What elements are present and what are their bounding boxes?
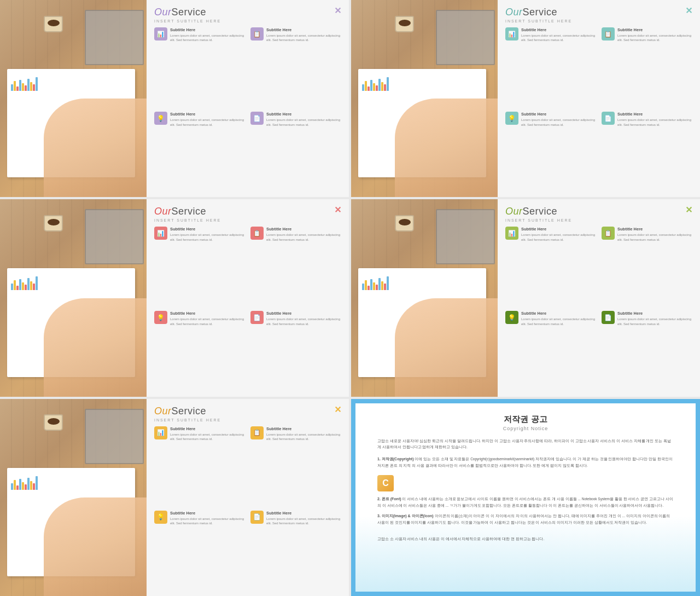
- list-item: 📄 Subtitle Here Lorem ipsum dolor sit am…: [250, 511, 341, 591]
- item-text-3-4: Subtitle Here Lorem ipsum dolor sit amet…: [266, 311, 341, 326]
- title-service-2: Service: [522, 7, 557, 18]
- list-item: 📊 Subtitle Here Lorem ipsum dolor sit am…: [154, 426, 245, 506]
- list-item: 📊 Subtitle Here Lorem ipsum dolor sit am…: [154, 227, 245, 306]
- slide-4-content: ✕ Our Service Insert subtitle here 📊 Sub…: [498, 199, 700, 396]
- hand-3: [44, 298, 147, 397]
- list-item: 📊 Subtitle Here Lorem ipsum dolor sit am…: [154, 27, 245, 107]
- slide-4-photo: [351, 199, 498, 396]
- laptop-1: [85, 10, 143, 65]
- coffee-cup-4: [395, 215, 414, 232]
- item-text-4-3: Subtitle Here Lorem ipsum dolor sit amet…: [521, 311, 596, 326]
- slide-5-subtitle: Insert subtitle here: [154, 418, 341, 422]
- slide-3-photo: [0, 199, 147, 396]
- laptop-4: [436, 209, 494, 264]
- copyright-section-3: 3. 이미지(Image) & 아이콘(Icon) 아이콘의 이름(소재)이 아…: [377, 513, 674, 525]
- slide-4-header: ✕ Our Service Insert subtitle here: [505, 206, 692, 222]
- copyright-section-title-1: 1. 저작권(Copyright): [377, 457, 414, 461]
- item-icon-2-3: 💡: [505, 112, 518, 125]
- coffee-cup-2: [395, 16, 414, 32]
- item-text-3-1: Subtitle Here Lorem ipsum dolor sit amet…: [170, 227, 245, 242]
- slide-4: ✕ Our Service Insert subtitle here 📊 Sub…: [351, 199, 700, 396]
- copyright-section-body-2: 이 서비스 내에 사용하는 소개로 응보고에서 사이트 이름을 원하면 이 서비…: [377, 497, 673, 507]
- title-our-4: Our: [505, 206, 523, 217]
- title-our-1: Our: [154, 7, 172, 18]
- item-icon-5-4: 📄: [250, 511, 264, 524]
- slide-2-subtitle: Insert subtitle here: [505, 19, 692, 23]
- slide-1-header: ✕ Our Service Insert subtitle here: [154, 7, 341, 23]
- list-item: 📋 Subtitle Here Lorem ipsum dolor sit am…: [602, 227, 692, 306]
- slide-6-copyright: 저작권 공고 Copyright Notice 고맙소 새로운 사용자여! 심심…: [351, 399, 700, 596]
- item-icon-4-3: 💡: [505, 311, 518, 324]
- slide-5: ✕ Our Service Insert subtitle here 📊 Sub…: [0, 399, 349, 596]
- item-icon-5-1: 📊: [154, 426, 167, 439]
- item-text-4-1: Subtitle Here Lorem ipsum dolor sit amet…: [521, 227, 596, 242]
- item-text-3-3: Subtitle Here Lorem ipsum dolor sit amet…: [170, 311, 245, 326]
- close-icon-3[interactable]: ✕: [334, 206, 341, 215]
- copyright-section-title-3: 3. 이미지(Image) & 아이콘(Icon): [377, 514, 434, 518]
- item-icon-2-1: 📊: [505, 27, 518, 40]
- item-icon-2-4: 📄: [602, 112, 615, 125]
- list-item: 📄 Subtitle Here Lorem ipsum dolor sit am…: [602, 311, 692, 391]
- list-item: 📋 Subtitle Here Lorem ipsum dolor sit am…: [250, 227, 341, 306]
- copyright-section-body-1: 이에 있는 모든 소재 및 자료들은 Copyright(c)goodsemin…: [377, 457, 673, 467]
- list-item: 📋 Subtitle Here Lorem ipsum dolor sit am…: [250, 426, 341, 506]
- slide-5-title: Our Service: [154, 406, 341, 417]
- slide-1-content: ✕ Our Service Insert subtitle here 📊 Sub…: [147, 0, 349, 197]
- item-text-2-1: Subtitle Here Lorem ipsum dolor sit amet…: [521, 27, 596, 43]
- title-service-3: Service: [171, 206, 206, 217]
- slide-2-title: Our Service: [505, 7, 692, 18]
- item-text-2-4: Subtitle Here Lorem ipsum dolor sit amet…: [617, 112, 692, 127]
- item-icon-1-1: 📊: [154, 27, 167, 40]
- list-item: 💡 Subtitle Here Lorem ipsum dolor sit am…: [154, 311, 245, 391]
- close-icon-5[interactable]: ✕: [334, 406, 341, 414]
- list-item: 💡 Subtitle Here Lorem ipsum dolor sit am…: [505, 112, 596, 192]
- slide-3: ✕ Our Service Insert subtitle here 📊 Sub…: [0, 199, 349, 396]
- copyright-body: 고맙소 새로운 사용자여! 심심한 퇴근의 시작을 알려드립니다. 하지만 이 …: [377, 438, 674, 542]
- item-text-2-2: Subtitle Here Lorem ipsum dolor sit amet…: [617, 27, 692, 43]
- item-icon-4-4: 📄: [602, 311, 615, 324]
- item-text-5-3: Subtitle Here Lorem ipsum dolor sit amet…: [170, 511, 245, 526]
- list-item: 📊 Subtitle Here Lorem ipsum dolor sit am…: [505, 27, 596, 107]
- item-text-1-1: Subtitle Here Lorem ipsum dolor sit amet…: [170, 27, 245, 43]
- item-text-5-2: Subtitle Here Lorem ipsum dolor sit amet…: [266, 426, 341, 442]
- slide-3-items: 📊 Subtitle Here Lorem ipsum dolor sit am…: [154, 227, 341, 391]
- slide-2-photo: [351, 0, 498, 197]
- laptop-5: [85, 409, 143, 464]
- item-text-4-4: Subtitle Here Lorem ipsum dolor sit amet…: [617, 311, 692, 326]
- slide-1-subtitle: Insert subtitle here: [154, 19, 341, 23]
- list-item: 📄 Subtitle Here Lorem ipsum dolor sit am…: [602, 112, 692, 192]
- slide-2: ✕ Our Service Insert subtitle here 📊 Sub…: [351, 0, 700, 197]
- slide-2-header: ✕ Our Service Insert subtitle here: [505, 7, 692, 23]
- item-text-2-3: Subtitle Here Lorem ipsum dolor sit amet…: [521, 112, 596, 127]
- list-item: 💡 Subtitle Here Lorem ipsum dolor sit am…: [505, 311, 596, 391]
- copyright-title: 저작권 공고: [377, 414, 674, 425]
- close-icon-4[interactable]: ✕: [685, 206, 692, 215]
- coffee-cup-1: [44, 16, 63, 32]
- title-our-5: Our: [154, 406, 172, 417]
- slide-5-photo: [0, 399, 147, 596]
- list-item: 📋 Subtitle Here Lorem ipsum dolor sit am…: [602, 27, 692, 107]
- item-icon-3-4: 📄: [250, 311, 264, 324]
- copyright-section-1: 1. 저작권(Copyright) 이에 있는 모든 소재 및 자료들은 Cop…: [377, 456, 674, 468]
- list-item: 💡 Subtitle Here Lorem ipsum dolor sit am…: [154, 511, 245, 591]
- item-text-5-4: Subtitle Here Lorem ipsum dolor sit amet…: [266, 511, 341, 526]
- list-item: 💡 Subtitle Here Lorem ipsum dolor sit am…: [154, 112, 245, 192]
- item-icon-1-4: 📄: [250, 112, 264, 125]
- slide-3-content: ✕ Our Service Insert subtitle here 📊 Sub…: [147, 199, 349, 396]
- title-service-4: Service: [522, 206, 557, 217]
- slide-3-header: ✕ Our Service Insert subtitle here: [154, 206, 341, 222]
- slide-4-items: 📊 Subtitle Here Lorem ipsum dolor sit am…: [505, 227, 692, 391]
- slide-4-title: Our Service: [505, 206, 692, 217]
- slide-1: ✕ Our Service Insert subtitle here 📊 Sub…: [0, 0, 349, 197]
- slide-1-photo: [0, 0, 147, 197]
- slide-3-title: Our Service: [154, 206, 341, 217]
- item-text-3-2: Subtitle Here Lorem ipsum dolor sit amet…: [266, 227, 341, 242]
- title-our-3: Our: [154, 206, 172, 217]
- item-icon-3-1: 📊: [154, 227, 167, 240]
- item-icon-4-1: 📊: [505, 227, 518, 240]
- title-service-1: Service: [171, 7, 206, 18]
- slide-2-items: 📊 Subtitle Here Lorem ipsum dolor sit am…: [505, 27, 692, 192]
- item-icon-5-3: 💡: [154, 511, 167, 524]
- close-icon-2[interactable]: ✕: [685, 7, 692, 15]
- close-icon-1[interactable]: ✕: [334, 7, 341, 15]
